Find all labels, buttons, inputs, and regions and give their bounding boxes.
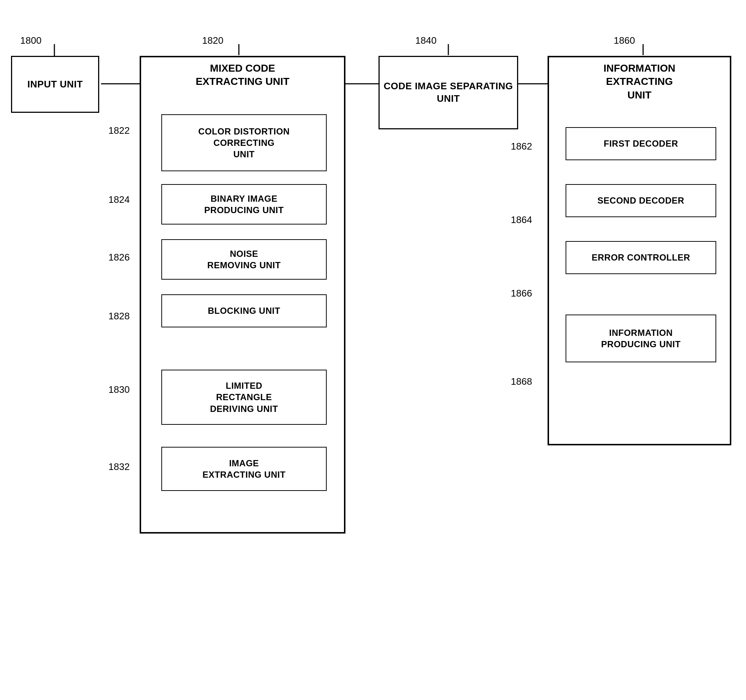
label-1866: 1866	[511, 288, 532, 299]
label-1800: 1800	[20, 35, 42, 46]
error-controller-block: ERROR CONTROLLER	[566, 241, 716, 274]
label-1860: 1860	[614, 35, 635, 46]
mixed-code-container: MIXED CODEEXTRACTING UNIT COLOR DISTORTI…	[140, 56, 346, 533]
code-image-label: CODE IMAGE SEPARATING UNIT	[380, 80, 517, 105]
label-1828: 1828	[108, 311, 130, 322]
information-title: INFORMATIONEXTRACTINGUNIT	[549, 62, 730, 102]
mixed-code-title: MIXED CODEEXTRACTING UNIT	[141, 62, 344, 89]
input-unit-block: INPUT UNIT	[11, 56, 99, 113]
image-extracting-block: IMAGEEXTRACTING UNIT	[161, 447, 327, 491]
label-1830: 1830	[108, 384, 130, 395]
label-1822: 1822	[108, 125, 130, 136]
label-1864: 1864	[511, 214, 532, 225]
information-container: INFORMATIONEXTRACTINGUNIT FIRST DECODER …	[547, 56, 731, 445]
label-1840: 1840	[415, 35, 436, 46]
limited-rectangle-block: LIMITEDRECTANGLEDERIVING UNIT	[161, 370, 327, 425]
label-1832: 1832	[108, 461, 130, 473]
information-producing-block: INFORMATIONPRODUCING UNIT	[566, 314, 716, 362]
noise-removing-block: NOISEREMOVING UNIT	[161, 239, 327, 279]
binary-image-block: BINARY IMAGEPRODUCING UNIT	[161, 184, 327, 224]
label-1826: 1826	[108, 252, 130, 263]
label-1868: 1868	[511, 376, 532, 387]
input-unit-label: INPUT UNIT	[27, 78, 83, 91]
color-distortion-block: COLOR DISTORTIONCORRECTINGUNIT	[161, 114, 327, 171]
first-decoder-block: FIRST DECODER	[566, 127, 716, 160]
second-decoder-block: SECOND DECODER	[566, 184, 716, 217]
code-image-block: CODE IMAGE SEPARATING UNIT	[379, 56, 518, 129]
label-1862: 1862	[511, 141, 532, 152]
label-1824: 1824	[108, 194, 130, 206]
blocking-unit-block: BLOCKING UNIT	[161, 294, 327, 327]
label-1820: 1820	[202, 35, 223, 46]
